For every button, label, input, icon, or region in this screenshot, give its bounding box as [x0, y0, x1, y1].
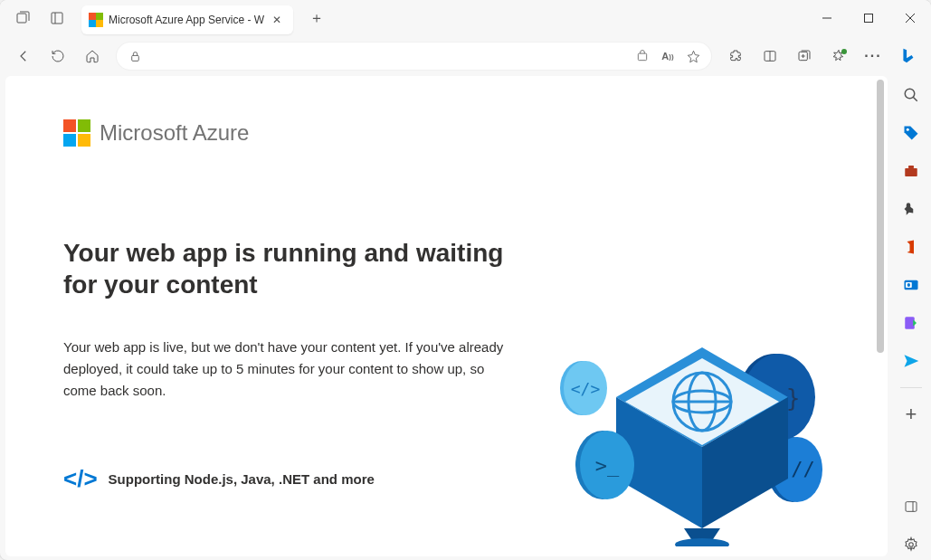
new-tab-button[interactable]: ＋: [304, 5, 329, 31]
search-icon[interactable]: [896, 80, 926, 110]
svg-rect-4: [865, 14, 873, 23]
scrollbar[interactable]: [875, 80, 886, 520]
editor-icon[interactable]: [896, 308, 926, 338]
outlook-icon[interactable]: [896, 270, 926, 300]
add-sidebar-icon[interactable]: +: [896, 399, 926, 430]
close-window-button[interactable]: [889, 0, 931, 36]
svg-point-38: [907, 283, 910, 287]
support-text: Supporting Node.js, Java, .NET and more: [109, 471, 375, 487]
maximize-button[interactable]: [848, 0, 889, 36]
svg-point-33: [907, 128, 909, 131]
svg-rect-0: [17, 14, 26, 23]
page-paragraph: Your web app is live, but we don't have …: [63, 337, 516, 402]
site-info-icon[interactable]: [126, 47, 144, 65]
browser-window: Microsoft Azure App Service - W ✕ ＋: [0, 0, 931, 560]
games-icon[interactable]: [896, 194, 926, 224]
send-icon[interactable]: [896, 346, 926, 376]
office-icon[interactable]: [896, 232, 926, 262]
brand-text: Microsoft Azure: [100, 120, 249, 146]
sidebar-divider: [900, 387, 922, 388]
svg-rect-34: [905, 168, 917, 176]
tab-actions-icon[interactable]: [7, 3, 38, 33]
svg-text:>_: >_: [595, 454, 620, 477]
title-bar: Microsoft Azure App Service - W ✕ ＋: [0, 0, 931, 36]
svg-text:</>: </>: [571, 379, 601, 398]
code-icon: </>: [63, 465, 98, 493]
bing-chat-icon[interactable]: [891, 40, 924, 72]
page-heading: Your web app is running and waiting for …: [63, 237, 516, 300]
scroll-thumb[interactable]: [877, 80, 884, 353]
extensions-icon[interactable]: [719, 40, 752, 72]
svg-point-42: [909, 543, 914, 547]
favicon-icon: [89, 13, 103, 27]
performance-icon[interactable]: [822, 40, 855, 72]
browser-tab[interactable]: Microsoft Azure App Service - W ✕: [81, 5, 293, 34]
workspaces-icon[interactable]: [42, 3, 72, 33]
read-aloud-icon[interactable]: A)): [659, 47, 677, 65]
refresh-button[interactable]: [42, 40, 74, 72]
svg-rect-1: [52, 13, 62, 24]
svg-rect-39: [905, 317, 915, 329]
svg-point-31: [905, 89, 915, 99]
settings-icon[interactable]: [896, 529, 926, 560]
toolbar: A)) ···: [0, 36, 931, 76]
address-bar[interactable]: A)): [116, 42, 712, 71]
svg-line-32: [913, 97, 917, 101]
azure-logo: Microsoft Azure: [63, 119, 830, 147]
svg-rect-7: [131, 55, 138, 61]
svg-point-24: [675, 538, 729, 546]
computer-illustration: { } ://: [553, 329, 842, 546]
hide-sidebar-icon[interactable]: [896, 491, 926, 522]
microsoft-icon: [63, 119, 90, 147]
sidebar: +: [891, 76, 931, 560]
toolbox-icon[interactable]: [896, 156, 926, 186]
page-viewport: Microsoft Azure Your web app is running …: [5, 76, 888, 556]
favorite-icon[interactable]: [684, 47, 702, 65]
svg-rect-8: [638, 53, 646, 61]
support-row: </> Supporting Node.js, Java, .NET and m…: [63, 465, 516, 493]
svg-rect-35: [908, 166, 914, 168]
shopping-icon[interactable]: [633, 47, 651, 65]
url-input[interactable]: [151, 50, 626, 63]
home-button[interactable]: [76, 40, 109, 72]
back-button[interactable]: [7, 40, 40, 72]
close-tab-icon[interactable]: ✕: [270, 13, 284, 27]
minimize-button[interactable]: [806, 0, 848, 36]
split-screen-icon[interactable]: [754, 40, 786, 72]
menu-icon[interactable]: ···: [857, 40, 889, 72]
svg-rect-40: [906, 502, 917, 512]
tab-title: Microsoft Azure App Service - W: [109, 14, 264, 26]
collections-icon[interactable]: [788, 40, 821, 72]
shopping-tag-icon[interactable]: [896, 118, 926, 148]
